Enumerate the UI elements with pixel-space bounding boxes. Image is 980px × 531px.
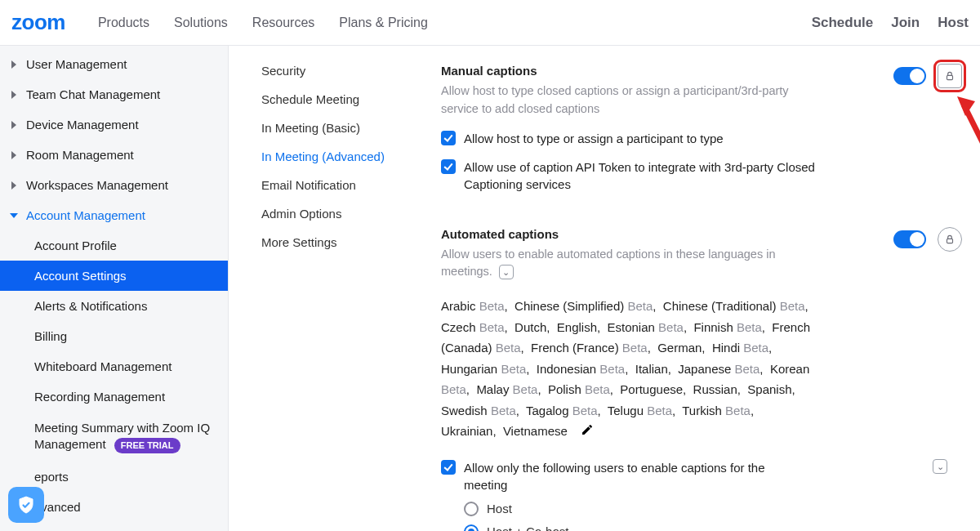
nav-center: Products Solutions Resources Plans & Pri… — [98, 16, 428, 30]
manual-captions-lock-button[interactable] — [938, 64, 962, 88]
automated-captions-toggle[interactable] — [893, 230, 926, 248]
info-icon[interactable]: ⌄ — [933, 459, 947, 474]
sidebar-item-label: Team Chat Management — [26, 87, 160, 101]
settings-content: Manual captions Allow host to type close… — [441, 46, 980, 531]
nav-solutions[interactable]: Solutions — [174, 16, 228, 30]
checkbox-icon — [441, 131, 456, 145]
language-name: Japanese — [678, 362, 731, 376]
beta-tag: Beta — [743, 341, 768, 355]
sidebar-sub-account-profile[interactable]: Account Profile — [0, 230, 228, 261]
language-name: Spanish — [747, 382, 791, 396]
radio-label: Host — [487, 502, 512, 515]
beta-tag: Beta — [780, 299, 805, 313]
manual-captions-title: Manual captions — [441, 64, 800, 78]
beta-tag: Beta — [735, 362, 760, 376]
automated-captions-desc: Allow users to enable automated captions… — [441, 246, 800, 282]
radio-label: Host + Co-host — [487, 524, 568, 531]
radio-icon — [464, 502, 479, 516]
annotation-red-arrow-icon — [957, 96, 980, 172]
sidebar-sub-account-settings[interactable]: Account Settings — [0, 261, 228, 291]
free-trial-badge: FREE TRIAL — [114, 438, 180, 453]
sidebar-item-account-management[interactable]: Account Management — [0, 200, 228, 230]
section-automated-captions: Automated captions Allow users to enable… — [441, 227, 962, 532]
beta-tag: Beta — [501, 362, 526, 376]
svg-marker-2 — [957, 96, 975, 116]
nav-resources[interactable]: Resources — [252, 16, 314, 30]
language-name: Polish — [548, 382, 581, 396]
edit-languages-button[interactable] — [581, 422, 594, 443]
beta-tag: Beta — [491, 404, 516, 417]
language-name: French (France) — [531, 341, 619, 355]
beta-tag: Beta — [441, 382, 466, 396]
sidebar-sub-label: Account Settings — [34, 269, 127, 283]
language-name: Indonesian — [537, 362, 596, 376]
sidebar-item-label: Device Management — [26, 118, 139, 132]
sidebar-sub-label: Billing — [34, 329, 67, 343]
beta-tag: Beta — [622, 341, 648, 355]
language-name: Ukrainian — [441, 424, 492, 438]
sidebar-item-label: Workspaces Management — [26, 178, 168, 192]
language-name: Vietnamese — [503, 424, 568, 438]
radio-host[interactable]: Host — [464, 502, 962, 516]
language-name: Hungarian — [441, 362, 497, 376]
language-name: Turkish — [682, 404, 722, 417]
subnav-email-notification[interactable]: Email Notification — [261, 178, 433, 192]
nav-join[interactable]: Join — [891, 15, 920, 31]
info-icon[interactable]: ⌄ — [499, 265, 514, 279]
sidebar-sub-meeting-summary[interactable]: Meeting Summary with Zoom IQ Management … — [0, 412, 228, 462]
beta-tag: Beta — [496, 341, 521, 355]
language-name: English — [557, 320, 597, 334]
sidebar-item-team-chat-management[interactable]: Team Chat Management — [0, 79, 228, 109]
subnav-in-meeting-advanced[interactable]: In Meeting (Advanced) — [261, 149, 433, 163]
beta-tag: Beta — [658, 320, 684, 334]
nav-plans-pricing[interactable]: Plans & Pricing — [339, 16, 428, 30]
lock-icon — [944, 234, 956, 245]
lock-icon — [944, 70, 956, 82]
language-name: Russian — [693, 382, 737, 396]
subnav-security[interactable]: Security — [261, 64, 433, 78]
manual-captions-desc: Allow host to type closed captions or as… — [441, 83, 800, 118]
sidebar-item-workspaces-management[interactable]: Workspaces Management — [0, 170, 228, 200]
subnav-schedule-meeting[interactable]: Schedule Meeting — [261, 92, 433, 106]
radio-host-cohost[interactable]: Host + Co-host — [464, 524, 962, 531]
beta-tag: Beta — [599, 362, 625, 376]
settings-subnav: Security Schedule Meeting In Meeting (Ba… — [229, 46, 441, 531]
sidebar-sub-label: Recording Management — [34, 390, 165, 404]
nav-host[interactable]: Host — [938, 15, 969, 31]
sidebar-sub-billing[interactable]: Billing — [0, 321, 228, 351]
language-name: Swedish — [441, 404, 488, 417]
svg-rect-3 — [947, 239, 953, 243]
language-name: Hindi — [712, 341, 740, 355]
sidebar-sub-recording-management[interactable]: Recording Management — [0, 382, 228, 412]
sidebar-item-device-management[interactable]: Device Management — [0, 109, 228, 140]
beta-tag: Beta — [479, 320, 505, 334]
allow-users-checkbox[interactable]: Allow only the following users to enable… — [441, 459, 817, 493]
manual-captions-chk-2[interactable]: Allow use of caption API Token to integr… — [441, 158, 817, 193]
language-name: Malay — [476, 382, 509, 396]
manual-captions-chk-1[interactable]: Allow host to type or assign a participa… — [441, 130, 817, 147]
automated-captions-title: Automated captions — [441, 227, 800, 241]
sidebar-item-label: Account Management — [26, 208, 145, 222]
svg-rect-0 — [947, 75, 953, 79]
sidebar-sub-label: Account Profile — [34, 239, 117, 252]
language-name: Finnish — [693, 320, 733, 334]
automated-captions-lock-button[interactable] — [938, 227, 962, 252]
nav-schedule[interactable]: Schedule — [812, 15, 874, 31]
beta-tag: Beta — [627, 299, 653, 313]
privacy-shield-button[interactable] — [8, 487, 44, 523]
sidebar-sub-whiteboard-management[interactable]: Whiteboard Management — [0, 351, 228, 382]
sidebar-sub-alerts-notifications[interactable]: Alerts & Notifications — [0, 291, 228, 321]
sidebar-item-room-management[interactable]: Room Management — [0, 140, 228, 170]
language-name: Dutch — [514, 320, 546, 334]
radio-icon — [464, 524, 479, 531]
manual-captions-toggle[interactable] — [893, 67, 926, 85]
beta-tag: Beta — [725, 404, 751, 417]
sidebar-item-user-management[interactable]: User Management — [0, 49, 228, 79]
language-name: Telugu — [608, 404, 644, 417]
nav-products[interactable]: Products — [98, 16, 149, 30]
section-manual-captions: Manual captions Allow host to type close… — [441, 64, 962, 193]
subnav-in-meeting-basic[interactable]: In Meeting (Basic) — [261, 121, 433, 135]
subnav-more-settings[interactable]: More Settings — [261, 235, 433, 249]
logo[interactable]: zoom — [11, 10, 65, 35]
subnav-admin-options[interactable]: Admin Options — [261, 207, 433, 221]
